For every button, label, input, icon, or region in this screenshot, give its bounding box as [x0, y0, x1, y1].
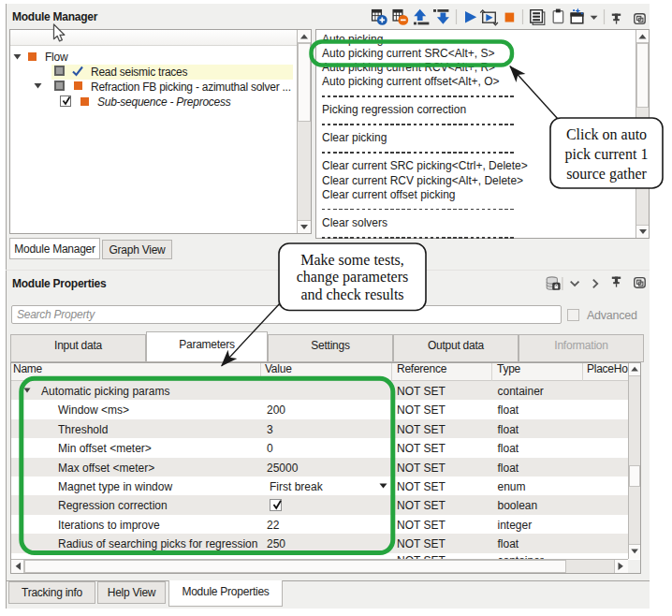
svg-text:change parameters: change parameters — [297, 269, 408, 286]
svg-text:Make some tests,: Make some tests, — [300, 252, 404, 268]
svg-text:and check results: and check results — [300, 286, 403, 302]
svg-text:pick current 1: pick current 1 — [565, 146, 649, 163]
svg-text:source gather: source gather — [566, 166, 647, 183]
svg-text:Click on auto: Click on auto — [566, 126, 647, 142]
